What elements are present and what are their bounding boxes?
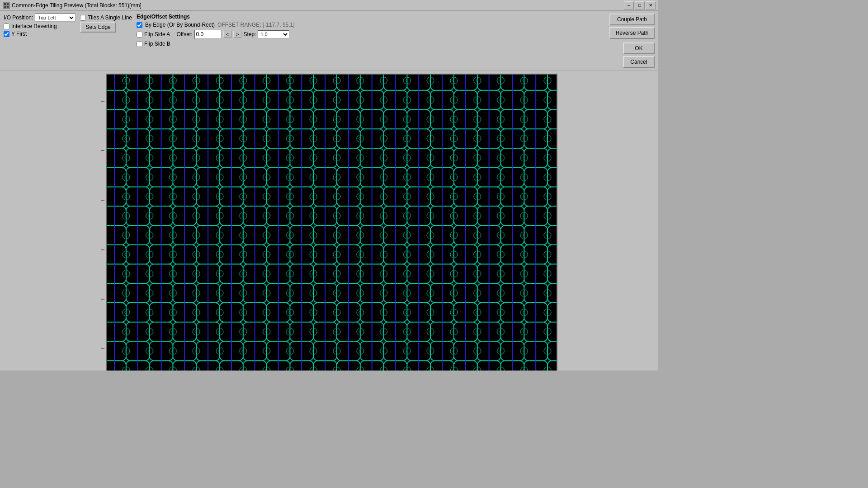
- ok-cancel-group: OK Cancel: [623, 42, 655, 68]
- tiles-single-line-row: Tiles A Single Line: [80, 14, 132, 21]
- edge-settings: Edge/Offset Settings By Edge (Or By Boun…: [137, 14, 605, 47]
- preview-area: [0, 71, 658, 371]
- step-label: Step:: [243, 31, 256, 38]
- dialog: I/O Position: Top Left Top Right Bottom …: [0, 11, 658, 371]
- cancel-button[interactable]: Cancel: [623, 56, 655, 68]
- io-position-select[interactable]: Top Left Top Right Bottom Left Bottom Ri…: [35, 14, 75, 22]
- sets-edge-button[interactable]: Sets Edge: [80, 22, 116, 33]
- offset-label: Offset:: [176, 31, 192, 38]
- interlace-reverting-label: Interlace Reverting: [11, 23, 57, 29]
- edge-settings-title: Edge/Offset Settings: [137, 14, 605, 20]
- marker-4: [101, 249, 104, 250]
- tiling-canvas: [107, 75, 557, 371]
- edge-row3: Flip Side B: [137, 41, 605, 47]
- tiles-single-line-checkbox[interactable]: [80, 15, 86, 21]
- marker-3: [101, 200, 104, 201]
- marker-1: [101, 101, 104, 102]
- ok-button[interactable]: OK: [623, 42, 655, 54]
- flip-side-b-checkbox[interactable]: [137, 41, 142, 47]
- io-position-label: I/O Position:: [4, 14, 33, 21]
- svg-rect-3: [7, 6, 9, 8]
- by-edge-label: By Edge (Or By Bound-Rect): [145, 22, 215, 28]
- y-first-label: Y First: [11, 31, 27, 37]
- edge-row1: By Edge (Or By Bound-Rect) OFFSET RANGE:…: [137, 22, 605, 28]
- tiles-single-line-label: Tiles A Single Line: [88, 14, 132, 21]
- offset-input[interactable]: [194, 30, 222, 39]
- svg-rect-1: [7, 3, 9, 5]
- offset-greater-button[interactable]: >: [233, 31, 241, 38]
- title-bar: Common-Edge Tiling Preview (Total Blocks…: [0, 0, 658, 11]
- by-edge-checkbox[interactable]: [137, 22, 142, 28]
- interlace-reverting-checkbox[interactable]: [4, 23, 9, 29]
- close-button[interactable]: ✕: [646, 1, 656, 9]
- controls-area: I/O Position: Top Left Top Right Bottom …: [0, 11, 658, 71]
- app-icon: [3, 2, 10, 9]
- marker-2: [101, 150, 104, 151]
- interlace-reverting-row: Interlace Reverting: [4, 23, 75, 29]
- title-bar-controls: – □ ✕: [624, 1, 656, 9]
- marker-6: [101, 348, 104, 349]
- svg-rect-2: [4, 6, 6, 8]
- left-markers: [101, 74, 105, 371]
- marker-5: [101, 299, 104, 300]
- flip-side-a-checkbox[interactable]: [137, 32, 142, 38]
- step-select[interactable]: 1.0 0.1 0.5 5.0 10.0: [258, 30, 289, 38]
- reverse-path-button[interactable]: Reverse Path: [609, 27, 655, 39]
- maximize-button[interactable]: □: [635, 1, 645, 9]
- offset-range-text: OFFSET RANGE: [-117.7, 95.1]: [217, 22, 295, 28]
- window-title: Common-Edge Tiling Preview (Total Blocks…: [12, 2, 624, 9]
- y-first-row: Y First: [4, 31, 75, 37]
- couple-path-button[interactable]: Couple Path: [609, 14, 655, 25]
- flip-side-a-label: Flip Side A: [144, 31, 170, 38]
- y-first-checkbox[interactable]: [4, 31, 9, 37]
- right-controls: Couple Path Reverse Path OK Cancel: [609, 14, 655, 68]
- offset-less-button[interactable]: <: [223, 31, 231, 38]
- svg-rect-0: [4, 3, 6, 5]
- flip-side-b-label: Flip Side B: [144, 41, 170, 47]
- io-position-row: I/O Position: Top Left Top Right Bottom …: [4, 14, 75, 22]
- canvas-container: [106, 74, 557, 371]
- edge-row2: Flip Side A Offset: < > Step: 1.0 0.1 0.…: [137, 30, 605, 39]
- minimize-button[interactable]: –: [624, 1, 634, 9]
- left-controls: I/O Position: Top Left Top Right Bottom …: [4, 14, 75, 37]
